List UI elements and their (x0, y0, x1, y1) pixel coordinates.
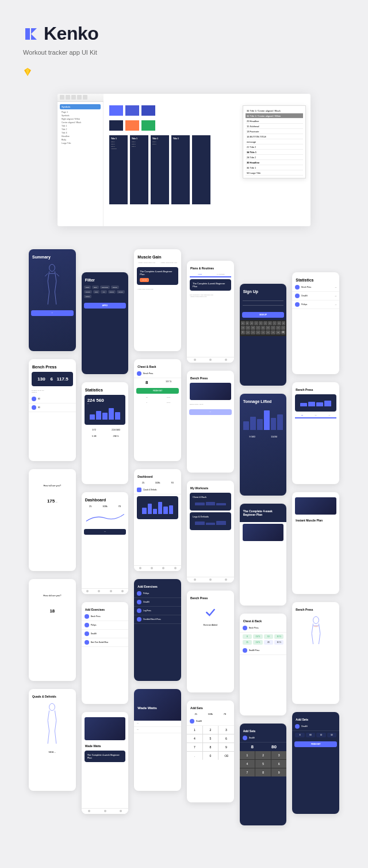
brand-name: Kenko (44, 23, 98, 44)
screen-add-exercises-dark: Add Exercises Pullups Deadlift Leg Press… (134, 579, 181, 681)
svg-point-1 (49, 703, 55, 710)
anatomy-icon (38, 264, 66, 307)
check-icon (205, 607, 216, 618)
screen-add-exercises-light: Add Exercises Bench Press Pullups Deadli… (82, 602, 129, 704)
brand-header: Kenko (23, 23, 345, 44)
screen-plan-detail: The Complete 4-week Beginner Plan ··· (240, 504, 287, 606)
screen-statistics-list: Statistics Bench Press45 Deadlift32 Pull… (292, 272, 339, 374)
screen-age: How old are you? 18 (29, 579, 76, 681)
sidebar-header: Symbols (60, 104, 101, 109)
anatomy-icon (38, 703, 66, 746)
svg-point-2 (313, 616, 319, 623)
screen-instant-plan: Instant Muscle Plan ··· (292, 492, 339, 594)
screen-exercise-added: Bench Press Exercise Added (187, 591, 234, 692)
screen-bench-video: Bench Press Bench Press: How to ··· (187, 371, 234, 473)
screen-wade-hero: Wade Watts ··· ··· (134, 689, 181, 791)
signup-button[interactable]: SIGN UP (242, 312, 285, 318)
screen-add-sets-dark: Add Sets Deadlift 880 123 456 789 (240, 724, 287, 825)
screen-signup: Sign Up SIGN UP qwertyuiop asdfghjkl ⇧zx… (240, 284, 287, 386)
screen-bench-tabs: Bench Press 1M3M1Y (292, 382, 339, 484)
finish-set-button[interactable]: FINISH SET (136, 388, 179, 394)
screen-add-sets-keypad: Add Sets 25103k70 Deadlift 123 456 789 .… (187, 701, 234, 802)
screen-height: How tall are you? 175 cm (29, 469, 76, 571)
video-thumbnail[interactable] (190, 383, 231, 400)
screen-wade-profile: Wade Watts The Complete 4-week Beginner … (82, 712, 129, 814)
sketch-app-icon (23, 67, 32, 77)
screen-bench-press: Bench Press 1306117.5 Chest & BackSeries… (29, 359, 76, 461)
screen-quads: Quads & Deltoids 9016 kg (29, 689, 76, 791)
sketch-window: Symbols Page 1 Symbols Right aligned / W… (57, 94, 310, 226)
screen-statistics: Statistics 224 560kg 172224 560 1:18232.… (82, 382, 129, 484)
screens-grid: Summary ··· Bench Press 1306117.5 Chest … (23, 249, 345, 825)
brand-subtitle: Workout tracker app UI Kit (23, 49, 345, 56)
svg-point-0 (49, 264, 55, 271)
summary-button[interactable]: ··· (31, 310, 74, 316)
logo-icon (23, 26, 39, 42)
backspace-icon[interactable]: ⌫ (218, 752, 234, 760)
anatomy-icon (302, 616, 330, 659)
sketch-layer-sidebar[interactable]: Symbols Page 1 Symbols Right aligned / W… (57, 94, 103, 226)
screen-chest-back-sets: Chest & Back Bench Press 8117.510117.525… (240, 614, 287, 715)
screen-my-workouts: My Workouts Chest & Back Legs & Deltoids (187, 481, 234, 583)
screen-dashboard-light: Dashboard 25103k70 ··· (82, 492, 129, 594)
start-button[interactable]: START (140, 278, 149, 282)
screen-filter: Filter Chest Back Shoulders Biceps Trice… (82, 272, 129, 374)
screen-chest-back: Chest & Back Bench Press 8117.5 FINISH S… (134, 359, 181, 461)
sketch-inspector-panel[interactable]: 34 Title 1 / Center aligned / Black 34 T… (243, 105, 306, 178)
screen-tonnage: Tonnage Lifted 9 56011434 (240, 394, 287, 496)
screen-dashboard-dark: Dashboard 25103k70 Quads & Deltoids (134, 469, 181, 571)
screen-summary: Summary ··· (29, 249, 76, 351)
screen-plans: Plans & Routines PlansMy Routines The Co… (187, 261, 234, 363)
screen-bench-anatomy: Bench Press (292, 602, 339, 704)
screen-muscle-gain: Muscle Gain Instant Muscle Power PlanAno… (134, 249, 181, 351)
screen-add-sets-dark2: Add Sets Deadlift 8801050 FINISH SET (292, 712, 339, 814)
apply-button[interactable]: APPLY (84, 303, 126, 309)
